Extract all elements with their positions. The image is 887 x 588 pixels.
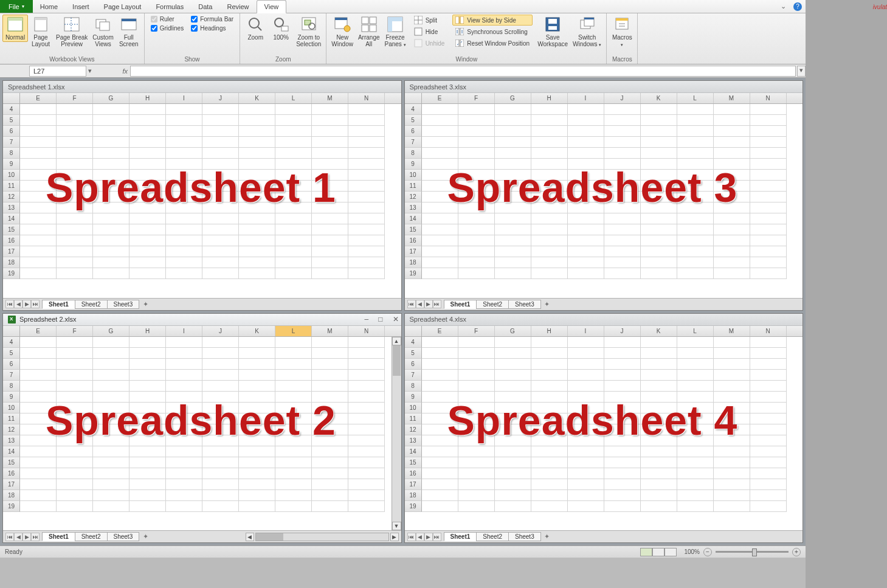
cell[interactable] (750, 104, 787, 115)
cell[interactable] (604, 381, 641, 392)
cell[interactable] (239, 348, 275, 359)
cell[interactable] (641, 268, 677, 279)
headings-checkbox[interactable]: Headings (191, 25, 233, 32)
cell[interactable] (531, 403, 568, 413)
cell[interactable] (531, 148, 568, 159)
cell[interactable] (641, 424, 677, 435)
cell[interactable] (239, 115, 275, 126)
cell[interactable] (568, 501, 604, 512)
select-all-corner[interactable] (3, 326, 20, 337)
row-header[interactable]: 8 (3, 381, 20, 392)
row-header[interactable]: 19 (3, 268, 20, 279)
document-window[interactable]: Spreadsheet 4.xlsxEFGHIJKLMN456789101112… (404, 313, 804, 544)
cell[interactable] (714, 159, 750, 170)
cell[interactable] (750, 435, 787, 446)
cell[interactable] (568, 104, 604, 115)
cell[interactable] (677, 159, 714, 170)
cell[interactable] (750, 359, 787, 370)
cell[interactable] (166, 104, 202, 115)
cell[interactable] (531, 213, 568, 224)
cell[interactable] (275, 181, 312, 192)
column-header[interactable]: F (57, 93, 93, 103)
cell[interactable] (312, 257, 348, 268)
cell[interactable] (677, 170, 714, 181)
row-header[interactable]: 15 (3, 224, 20, 235)
column-header[interactable]: K (641, 326, 677, 336)
cell[interactable] (750, 192, 787, 202)
cell[interactable] (495, 403, 531, 413)
cell[interactable] (458, 181, 495, 192)
cell[interactable] (20, 170, 57, 181)
cell[interactable] (275, 213, 312, 224)
cell[interactable] (348, 246, 385, 257)
cell[interactable] (166, 115, 202, 126)
cell[interactable] (568, 446, 604, 457)
cell[interactable] (93, 413, 129, 424)
next-sheet-icon[interactable]: ▶ (22, 300, 31, 308)
cell[interactable] (129, 257, 166, 268)
spreadsheet-grid[interactable]: EFGHIJKLMN45678910111213141516171819Spre… (3, 93, 401, 298)
cell[interactable] (604, 192, 641, 202)
cell[interactable] (568, 468, 604, 479)
row-header[interactable]: 7 (405, 137, 422, 148)
cell[interactable] (312, 490, 348, 501)
prev-sheet-icon[interactable]: ◀ (14, 533, 22, 541)
page-break-preview-button[interactable]: Page Break Preview (53, 15, 90, 49)
cell[interactable] (714, 392, 750, 403)
cell[interactable] (604, 424, 641, 435)
cell[interactable] (604, 181, 641, 192)
sheet-tab[interactable]: Sheet1 (444, 532, 477, 541)
cell[interactable] (20, 104, 57, 115)
cell[interactable] (57, 224, 93, 235)
cell[interactable] (568, 479, 604, 490)
cell[interactable] (495, 392, 531, 403)
cell[interactable] (129, 479, 166, 490)
cell[interactable] (166, 337, 202, 348)
cell[interactable] (348, 192, 385, 202)
cell[interactable] (93, 224, 129, 235)
cell[interactable] (348, 413, 385, 424)
cell[interactable] (641, 126, 677, 137)
cell[interactable] (57, 413, 93, 424)
cell[interactable] (93, 337, 129, 348)
cell[interactable] (275, 257, 312, 268)
cell[interactable] (348, 479, 385, 490)
cell[interactable] (57, 359, 93, 370)
cell[interactable] (348, 424, 385, 435)
cell[interactable] (641, 435, 677, 446)
cell[interactable] (422, 235, 458, 246)
cell[interactable] (239, 235, 275, 246)
cell[interactable] (239, 424, 275, 435)
minimize-icon[interactable]: – (365, 315, 369, 323)
cell[interactable] (57, 337, 93, 348)
cell[interactable] (202, 381, 239, 392)
cell[interactable] (57, 468, 93, 479)
cell[interactable] (239, 224, 275, 235)
cell[interactable] (202, 370, 239, 381)
cell[interactable] (531, 137, 568, 148)
cell[interactable] (129, 104, 166, 115)
cell[interactable] (604, 392, 641, 403)
cell[interactable] (129, 126, 166, 137)
cell[interactable] (20, 457, 57, 468)
cell[interactable] (531, 479, 568, 490)
cell[interactable] (166, 235, 202, 246)
cell[interactable] (458, 202, 495, 213)
cell[interactable] (495, 224, 531, 235)
cell[interactable] (458, 490, 495, 501)
cell[interactable] (57, 126, 93, 137)
cell[interactable] (275, 381, 312, 392)
cell[interactable] (348, 490, 385, 501)
cell[interactable] (531, 126, 568, 137)
cell[interactable] (458, 413, 495, 424)
cell[interactable] (495, 490, 531, 501)
row-header[interactable]: 8 (3, 148, 20, 159)
prev-sheet-icon[interactable]: ◀ (416, 533, 424, 541)
cell[interactable] (714, 170, 750, 181)
cell[interactable] (714, 115, 750, 126)
cell[interactable] (93, 213, 129, 224)
cell[interactable] (166, 181, 202, 192)
cell[interactable] (677, 370, 714, 381)
cell[interactable] (202, 337, 239, 348)
cell[interactable] (422, 446, 458, 457)
